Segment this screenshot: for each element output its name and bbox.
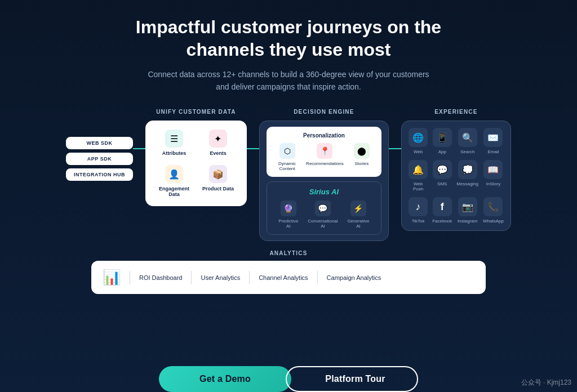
user-analytics: User Analytics: [201, 274, 240, 281]
engagement-icon: 👤: [165, 165, 183, 183]
app-icon: 📱: [433, 128, 452, 147]
unify-engagement: 👤 Engagement Data: [156, 165, 193, 197]
generative-ai-label: GenerativeAI: [347, 219, 369, 229]
connector-2: [247, 148, 259, 149]
decision-box: Personalization ⬡ DynamicContent 📍 Recom…: [259, 121, 389, 241]
sms-label: SMS: [437, 181, 447, 186]
personalization-title: Personalization: [273, 132, 375, 139]
stories: ⬤ Stories: [354, 143, 370, 171]
email-label: Email: [487, 149, 499, 154]
unify-product: 📦 Product Data: [199, 165, 237, 197]
instory-label: InStory: [486, 181, 500, 186]
exp-webpush: 🔔 Web Push: [409, 160, 428, 191]
search-icon: 🔍: [458, 128, 477, 147]
unify-events: ✦ Events: [199, 130, 237, 156]
unify-label: UNIFY CUSTOMER DATA: [156, 109, 236, 115]
product-label: Product Data: [202, 186, 234, 191]
headline: Impactful customer journeys on the chann…: [136, 16, 441, 61]
conversational-ai-label: ConversationalAI: [308, 219, 338, 229]
personalization-items: ⬡ DynamicContent 📍 Recommendations ⬤ Sto…: [273, 143, 375, 171]
roi-dashboard: ROI Dashboard: [139, 274, 182, 281]
exp-search: 🔍 Search: [456, 128, 478, 154]
instory-icon: 📖: [483, 160, 503, 179]
exp-web: 🌐 Web: [409, 128, 428, 154]
tiktok-icon: ♪: [409, 197, 428, 216]
source-web-sdk: WEB SDK: [66, 137, 133, 149]
generative-ai: ⚡ GenerativeAI: [347, 201, 369, 229]
recommendations: 📍 Recommendations: [306, 143, 344, 171]
whatsapp-icon: 📞: [483, 197, 503, 216]
exp-instory: 📖 InStory: [483, 160, 504, 191]
instagram-icon: 📷: [458, 197, 477, 216]
webpush-label: Web Push: [409, 181, 428, 191]
exp-messaging: 💭 Messaging: [456, 160, 478, 191]
source-app-sdk: APP SDK: [66, 153, 133, 165]
exp-sms: 💬 SMS: [432, 160, 452, 191]
messaging-icon: 💭: [458, 160, 477, 179]
connector-3: [389, 148, 401, 149]
stories-label: Stories: [354, 161, 369, 166]
analytics-chart-icon: 📊: [103, 269, 121, 286]
exp-app: 📱 App: [432, 128, 452, 154]
analytics-divider-2: [191, 271, 192, 284]
connector-line-3: [389, 148, 401, 149]
connector-line-2: [247, 148, 259, 149]
analytics-divider-4: [317, 271, 318, 284]
recommendations-icon: 📍: [317, 143, 332, 159]
messaging-label: Messaging: [456, 181, 478, 186]
search-label: Search: [460, 149, 474, 154]
watermark: 公众号 · Kjmj123: [521, 378, 571, 387]
facebook-icon: f: [433, 197, 452, 216]
exp-email: ✉️ Email: [483, 128, 504, 154]
stories-icon: ⬤: [354, 143, 370, 159]
web-icon: 🌐: [409, 128, 428, 147]
attributes-icon: ☰: [165, 130, 183, 148]
engagement-label: Engagement Data: [156, 186, 193, 197]
conversational-ai-icon: 💬: [315, 201, 331, 216]
exp-whatsapp: 📞 WhatsApp: [483, 197, 504, 224]
analytics-section: ANALYTICS 📊 ROI Dashboard User Analytics…: [91, 250, 486, 294]
instagram-label: Instagram: [458, 219, 478, 224]
experience-column: EXPERIENCE 🌐 Web 📱 App 🔍 Search ✉️ Email: [401, 109, 511, 231]
webpush-icon: 🔔: [409, 160, 428, 179]
exp-tiktok: ♪ TikTok: [409, 197, 428, 224]
source-integration-hub: INTEGRATION HUB: [66, 168, 133, 181]
diagram: WEB SDK APP SDK INTEGRATION HUB UNIFY CU…: [11, 109, 566, 241]
facebook-label: Facebook: [432, 219, 452, 224]
product-icon: 📦: [209, 165, 227, 183]
unify-attributes: ☰ Attributes: [156, 130, 193, 156]
subheadline: Connect data across 12+ channels to buil…: [148, 69, 429, 93]
predictive-ai-icon: 🔮: [281, 201, 296, 216]
whatsapp-label: WhatsApp: [483, 219, 504, 224]
web-label: Web: [414, 149, 423, 154]
sirius-title: Sirius AI: [274, 188, 374, 196]
generative-ai-icon: ⚡: [350, 201, 366, 216]
tiktok-label: TikTok: [412, 219, 425, 224]
predictive-ai-label: PredictiveAI: [278, 219, 298, 229]
get-demo-button[interactable]: Get a Demo: [159, 366, 291, 392]
attributes-label: Attributes: [162, 150, 187, 156]
source-boxes: WEB SDK APP SDK INTEGRATION HUB: [66, 137, 133, 181]
sources-column: WEB SDK APP SDK INTEGRATION HUB: [66, 109, 133, 181]
decision-label: DECISION ENGINE: [294, 109, 354, 115]
unify-box: ☰ Attributes ✦ Events 👤 Engagement Data …: [145, 121, 247, 206]
events-icon: ✦: [209, 130, 227, 148]
connector-1: [133, 148, 145, 149]
analytics-label: ANALYTICS: [269, 250, 307, 256]
sms-icon: 💬: [433, 160, 452, 179]
exp-facebook: f Facebook: [432, 197, 452, 224]
experience-label: EXPERIENCE: [434, 109, 477, 115]
dynamic-content-icon: ⬡: [279, 143, 295, 159]
conversational-ai: 💬 ConversationalAI: [308, 201, 338, 229]
dynamic-content-label: DynamicContent: [278, 161, 296, 171]
sirius-box: Sirius AI 🔮 PredictiveAI 💬 Conversationa…: [267, 181, 381, 235]
connector-line-1: [133, 148, 145, 149]
platform-tour-button[interactable]: Platform Tour: [286, 366, 418, 392]
page-wrapper: Impactful customer journeys on the chann…: [0, 0, 577, 392]
app-label: App: [438, 149, 446, 154]
cta-row: Get a Demo Platform Tour: [0, 366, 577, 392]
exp-instagram: 📷 Instagram: [456, 197, 478, 224]
campaign-analytics: Campaign Analytics: [327, 274, 381, 281]
sirius-items: 🔮 PredictiveAI 💬 ConversationalAI ⚡ Gene…: [274, 201, 374, 229]
analytics-divider-1: [130, 271, 130, 284]
